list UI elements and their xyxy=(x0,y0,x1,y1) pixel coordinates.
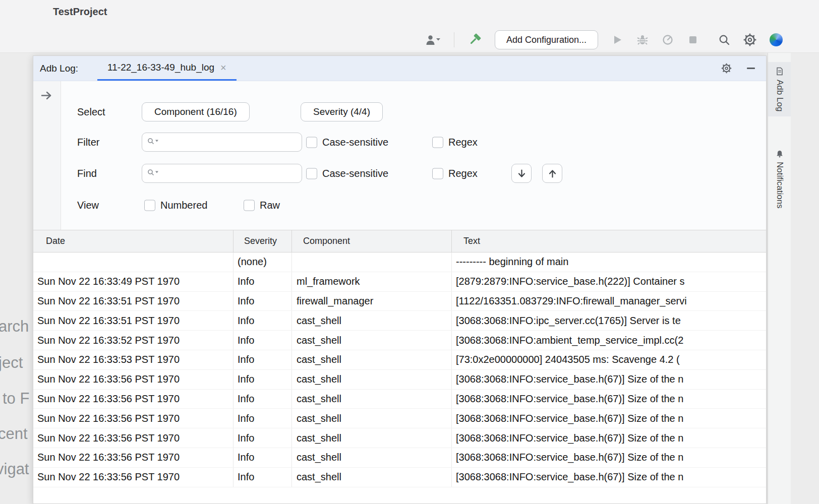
column-header-date[interactable]: Date xyxy=(33,230,233,252)
cell-text: [3068:3068:INFO:ambient_temp_service_imp… xyxy=(452,331,766,350)
tool-window-settings-icon[interactable] xyxy=(721,63,732,74)
background-hint-text: vigat xyxy=(0,460,29,478)
cell-component: cast_shell xyxy=(292,468,452,487)
filter-form: Select Component (16/16) Severity (4/4) … xyxy=(61,81,766,230)
stop-icon[interactable] xyxy=(687,34,699,46)
view-raw-checkbox[interactable]: Raw xyxy=(244,200,280,211)
profiler-icon[interactable] xyxy=(662,34,674,46)
filter-input[interactable] xyxy=(163,134,298,151)
close-icon[interactable]: × xyxy=(220,62,226,73)
cell-component: cast_shell xyxy=(292,311,452,330)
table-row[interactable]: Sun Nov 22 16:33:56 PST 1970Infocast_she… xyxy=(33,428,766,448)
cell-component: cast_shell xyxy=(292,350,452,369)
find-next-button[interactable] xyxy=(511,164,532,183)
log-table-body: (none)--------- beginning of mainSun Nov… xyxy=(33,253,766,503)
severity-filter-button[interactable]: Severity (4/4) xyxy=(301,102,383,121)
search-field-icon[interactable] xyxy=(147,169,159,178)
stripe-item-notifications[interactable]: Notifications xyxy=(768,145,791,214)
ide-logo-icon[interactable] xyxy=(770,33,783,46)
search-field-icon[interactable] xyxy=(147,138,159,147)
select-row: Select Component (16/16) Severity (4/4) xyxy=(61,102,766,122)
checkbox-box[interactable] xyxy=(306,137,317,148)
filter-zone: Select Component (16/16) Severity (4/4) … xyxy=(33,81,766,230)
table-row[interactable]: Sun Nov 22 16:33:51 PST 1970Infofirewall… xyxy=(33,292,766,311)
table-row[interactable]: Sun Nov 22 16:33:56 PST 1970Infocast_she… xyxy=(33,390,766,409)
component-filter-button[interactable]: Component (16/16) xyxy=(142,102,250,121)
view-numbered-checkbox[interactable]: Numbered xyxy=(144,200,207,211)
cell-component: firewall_manager xyxy=(292,292,452,311)
checkbox-box[interactable] xyxy=(432,168,443,179)
cell-text: [3068:3068:INFO:service_base.h(67)] Size… xyxy=(452,390,766,409)
cell-component: ml_framework xyxy=(292,272,452,291)
log-tab-label: 11-22_16-33-49_hub_log xyxy=(107,62,214,73)
cell-severity: Info xyxy=(233,331,292,350)
run-icon[interactable] xyxy=(611,34,623,46)
cell-component: cast_shell xyxy=(292,448,452,467)
checkbox-box[interactable] xyxy=(244,200,255,211)
main-toolbar: Add Configuration... xyxy=(426,29,783,50)
stripe-label-notifications: Notifications xyxy=(775,162,785,209)
table-row[interactable]: (none)--------- beginning of main xyxy=(33,253,766,272)
cell-component: cast_shell xyxy=(292,390,452,409)
cell-severity: Info xyxy=(233,350,292,369)
column-header-text[interactable]: Text xyxy=(452,230,766,252)
filter-search-box xyxy=(142,133,302,152)
cell-severity: Info xyxy=(233,370,292,389)
table-row[interactable]: Sun Nov 22 16:33:56 PST 1970Infocast_she… xyxy=(33,370,766,390)
background-hint-text: to F xyxy=(3,390,29,408)
log-tab[interactable]: 11-22_16-33-49_hub_log × xyxy=(97,56,237,81)
cell-text: --------- beginning of main xyxy=(452,253,766,272)
cell-date: Sun Nov 22 16:33:56 PST 1970 xyxy=(33,448,233,467)
adb-log-tool-window: Adb Log: 11-22_16-33-49_hub_log × xyxy=(33,55,767,504)
log-table: Date Severity Component Text (none)-----… xyxy=(33,230,766,503)
find-input[interactable] xyxy=(163,165,298,182)
table-row[interactable]: Sun Nov 22 16:33:56 PST 1970Infocast_she… xyxy=(33,448,766,468)
find-regex-checkbox[interactable]: Regex xyxy=(432,168,478,179)
tool-window-title: Adb Log: xyxy=(40,63,78,74)
cell-text: [3068:3068:INFO:service_base.h(67)] Size… xyxy=(452,370,766,389)
tool-window-header: Adb Log: 11-22_16-33-49_hub_log × xyxy=(33,56,766,81)
background-hint-text: ject xyxy=(0,354,23,372)
cell-severity: Info xyxy=(233,428,292,448)
cell-text: [3068:3068:INFO:service_base.h(67)] Size… xyxy=(452,468,766,487)
find-case-sensitive-checkbox[interactable]: Case-sensitive xyxy=(306,168,388,179)
checkbox-box[interactable] xyxy=(306,168,317,179)
cell-text: [3068:3068:INFO:service_base.h(67)] Size… xyxy=(452,448,766,467)
column-header-component[interactable]: Component xyxy=(292,230,452,252)
build-hammer-icon[interactable] xyxy=(467,33,482,47)
filter-regex-checkbox[interactable]: Regex xyxy=(432,137,478,148)
right-tool-stripe: Adb Log Notifications xyxy=(768,53,791,504)
project-title: TestProject xyxy=(53,6,107,18)
cell-date: Sun Nov 22 16:33:51 PST 1970 xyxy=(33,311,233,330)
debug-icon[interactable] xyxy=(636,34,649,46)
cell-date: Sun Nov 22 16:33:56 PST 1970 xyxy=(33,468,233,487)
cell-date: Sun Nov 22 16:33:51 PST 1970 xyxy=(33,292,233,311)
column-header-severity[interactable]: Severity xyxy=(233,230,292,252)
table-row[interactable]: Sun Nov 22 16:33:51 PST 1970Infocast_she… xyxy=(33,311,766,331)
cell-severity: (none) xyxy=(233,253,292,272)
background-hint-text: arch xyxy=(0,318,29,336)
table-row[interactable]: Sun Nov 22 16:33:49 PST 1970Infoml_frame… xyxy=(33,272,766,292)
search-icon[interactable] xyxy=(718,34,730,46)
table-row[interactable]: Sun Nov 22 16:33:56 PST 1970Infocast_she… xyxy=(33,409,766,428)
expand-arrow-icon[interactable] xyxy=(41,91,53,100)
add-configuration-button[interactable]: Add Configuration... xyxy=(495,30,598,49)
table-row[interactable]: Sun Nov 22 16:33:56 PST 1970Infocast_she… xyxy=(33,468,766,487)
background-hint-text: cent xyxy=(0,425,28,443)
cell-severity: Info xyxy=(233,390,292,409)
filter-case-sensitive-checkbox[interactable]: Case-sensitive xyxy=(306,137,388,148)
find-previous-button[interactable] xyxy=(542,164,562,183)
table-row[interactable]: Sun Nov 22 16:33:53 PST 1970Infocast_she… xyxy=(33,350,766,370)
background-hints: archjectto Fcentvigat xyxy=(0,53,33,504)
log-table-header: Date Severity Component Text xyxy=(33,230,766,253)
checkbox-box[interactable] xyxy=(432,137,443,148)
cell-text: [3068:3068:INFO:service_base.h(67)] Size… xyxy=(452,428,766,448)
table-row[interactable]: Sun Nov 22 16:33:52 PST 1970Infocast_she… xyxy=(33,331,766,350)
settings-icon[interactable] xyxy=(743,33,756,46)
minimize-icon[interactable] xyxy=(747,68,755,69)
checkbox-box[interactable] xyxy=(144,200,155,211)
cell-date: Sun Nov 22 16:33:49 PST 1970 xyxy=(33,272,233,291)
stripe-item-adb-log[interactable]: Adb Log xyxy=(768,62,791,116)
user-icon[interactable] xyxy=(426,34,441,45)
cell-date: Sun Nov 22 16:33:56 PST 1970 xyxy=(33,390,233,409)
